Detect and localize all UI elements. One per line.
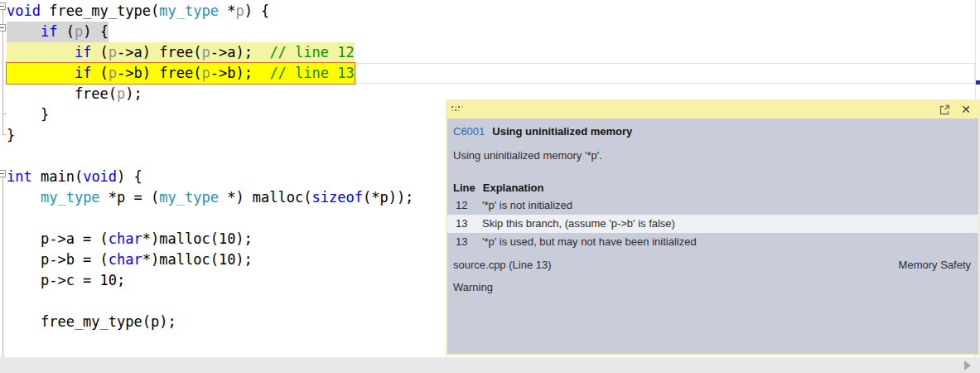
vs-editor-screen: void free_my_type(my_type *p) { if (p) {… — [0, 0, 980, 373]
code-fold-margin — [0, 0, 7, 357]
rule-category: Memory Safety — [899, 259, 971, 271]
source-location: source.cpp (Line 13) — [453, 259, 552, 271]
code-line[interactable]: if (p->a) free(p->a); // line 12 — [0, 42, 974, 63]
drag-grip-icon[interactable] — [451, 106, 453, 108]
explanation-line-number: 12 — [456, 196, 482, 215]
rule-code-link[interactable]: C6001 — [453, 125, 485, 138]
fold-collapse-icon[interactable] — [0, 170, 6, 177]
explanation-row[interactable]: 13'*p' is used, but may not have been in… — [447, 233, 978, 251]
fold-collapse-icon[interactable] — [0, 24, 6, 31]
explanation-text: '*p' is used, but may not have been init… — [482, 235, 697, 248]
fold-scope-line — [2, 177, 3, 357]
code-analysis-popup: ✕ C6001Using uninitialized memory Using … — [446, 99, 980, 356]
fold-scope-end-tick — [2, 114, 7, 114]
fold-collapse-icon[interactable] — [0, 2, 6, 10]
rule-title: Using uninitialized memory — [492, 125, 632, 138]
line-highlight-pale: if (p->a) free(p->a); // line 12 — [7, 42, 355, 63]
column-header-explanation: Explanation — [483, 182, 544, 194]
warning-description: Using uninitialized memory '*p'. — [453, 149, 602, 162]
explanation-table-header: LineExplanation — [453, 182, 543, 194]
explanation-line-number: 13 — [456, 215, 482, 233]
warning-heading: C6001Using uninitialized memory — [453, 125, 632, 138]
code-line[interactable]: if (p->b) free(p->b); // line 13 — [0, 63, 974, 84]
explanation-line-number: 13 — [456, 233, 482, 251]
explanation-row[interactable]: 13Skip this branch, (assume 'p->b' is fa… — [447, 215, 978, 233]
fold-scope-end-tick — [2, 134, 7, 135]
severity-label: Warning — [453, 281, 493, 293]
code-line[interactable]: if (p) { — [0, 22, 974, 42]
scroll-right-arrow-icon[interactable] — [964, 361, 971, 371]
line-highlight-gray: if (p) { — [7, 22, 109, 42]
horizontal-scrollbar[interactable] — [0, 357, 980, 373]
column-header-line: Line — [453, 182, 476, 194]
code-line[interactable]: void free_my_type(my_type *p) { — [0, 1, 974, 22]
explanation-text: '*p' is not initialized — [482, 199, 572, 211]
popup-footer: source.cpp (Line 13) Memory Safety — [453, 259, 971, 271]
close-icon[interactable]: ✕ — [959, 101, 973, 119]
popup-title-bar[interactable]: ✕ — [447, 101, 978, 119]
popout-icon[interactable] — [939, 104, 951, 116]
explanation-row[interactable]: 12'*p' is not initialized — [447, 196, 978, 215]
explanation-text: Skip this branch, (assume 'p->b' is fals… — [482, 217, 675, 230]
caret-position-mark — [976, 80, 980, 85]
explanation-rows: 12'*p' is not initialized13Skip this bra… — [447, 196, 978, 251]
line-highlight-yellow: if (p->b) free(p->b); // line 13 — [7, 63, 355, 84]
